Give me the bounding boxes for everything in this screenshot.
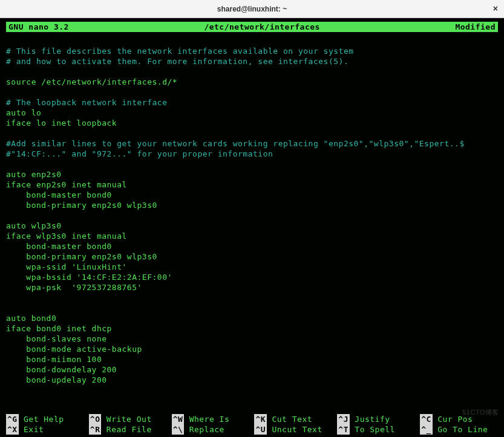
shortcut-key: ^R	[89, 424, 102, 435]
editor-line: bond-downdelay 200	[6, 364, 498, 375]
editor-content[interactable]: # This file describes the network interf…	[6, 36, 498, 414]
nano-file-path: /etc/network/interfaces	[87, 22, 437, 32]
editor-line: bond-mode active-backup	[6, 344, 498, 354]
editor-line: bond-miimon 100	[6, 354, 498, 364]
shortcut-label: Uncut Text	[267, 424, 322, 435]
shortcut-label: Where Is	[184, 414, 229, 424]
shortcut-item[interactable]: ^T To Spell	[337, 424, 415, 435]
shortcut-key: ^X	[6, 424, 19, 435]
editor-line: wpa-bssid '14:CF:E2:2A:EF:00'	[6, 272, 498, 282]
editor-line: auto bond0	[6, 313, 498, 323]
shortcut-label: To Spell	[350, 424, 395, 435]
editor-line: # and how to activate them. For more inf…	[6, 56, 498, 66]
shortcut-key: ^W	[172, 414, 185, 424]
editor-line	[6, 303, 498, 313]
shortcut-item[interactable]: ^J Justify	[337, 414, 415, 424]
editor-line: bond-primary enp2s0 wlp3s0	[6, 200, 498, 210]
editor-line	[6, 128, 498, 138]
editor-line: wpa-psk '972537288765'	[6, 282, 498, 293]
editor-line: iface bond0 inet dhcp	[6, 323, 498, 334]
editor-line: iface lo inet loopback	[6, 118, 498, 128]
shortcut-label: Go To Line	[433, 424, 488, 435]
editor-line: auto lo	[6, 108, 498, 118]
editor-line: #"14:CF:..." and "972..." for your prope…	[6, 149, 498, 159]
editor-line: wpa-ssid 'LinuxHint'	[6, 262, 498, 272]
window-title: shared@linuxhint: ~	[217, 5, 287, 13]
editor-line: # This file describes the network interf…	[6, 46, 498, 56]
shortcut-key: ^_	[420, 424, 433, 435]
shortcut-label: Cut Text	[267, 414, 312, 424]
shortcut-label: Read File	[101, 424, 151, 435]
shortcut-item[interactable]: ^K Cut Text	[254, 414, 332, 424]
shortcut-item[interactable]: ^\ Replace	[172, 424, 250, 435]
shortcut-key: ^C	[420, 414, 433, 424]
shortcut-key: ^T	[337, 424, 350, 435]
editor-line	[6, 159, 498, 169]
editor-line: bond-slaves none	[6, 334, 498, 344]
editor-line	[6, 66, 498, 77]
editor-line	[6, 210, 498, 221]
editor-line: bond-updelay 200	[6, 375, 498, 385]
nano-header-bar: GNU nano 3.2 /etc/network/interfaces Mod…	[6, 22, 498, 32]
editor-line: iface wlp3s0 inet manual	[6, 231, 498, 241]
editor-line: auto wlp3s0	[6, 221, 498, 231]
window-titlebar: shared@linuxhint: ~ ×	[0, 0, 504, 18]
shortcut-item[interactable]: ^X Exit	[6, 424, 84, 435]
shortcut-label: Write Out	[101, 414, 151, 424]
shortcut-label: Cur Pos	[433, 414, 473, 424]
shortcut-key: ^U	[254, 424, 267, 435]
shortcut-item[interactable]: ^G Get Help	[6, 414, 84, 424]
shortcut-item[interactable]: ^U Uncut Text	[254, 424, 332, 435]
terminal-area[interactable]: GNU nano 3.2 /etc/network/interfaces Mod…	[0, 18, 504, 437]
shortcut-label: Get Help	[19, 414, 64, 424]
editor-line: auto enp2s0	[6, 169, 498, 180]
shortcut-item[interactable]: ^_ Go To Line	[420, 424, 498, 435]
nano-status: Modified	[437, 22, 498, 32]
shortcut-label: Replace	[184, 424, 224, 435]
editor-line: bond-master bond0	[6, 241, 498, 251]
shortcut-item[interactable]: ^O Write Out	[89, 414, 167, 424]
shortcut-label: Justify	[350, 414, 390, 424]
editor-line: iface enp2s0 inet manual	[6, 180, 498, 190]
editor-line: bond-master bond0	[6, 190, 498, 200]
shortcut-key: ^\	[172, 424, 185, 435]
editor-line	[6, 293, 498, 303]
editor-line: source /etc/network/interfaces.d/*	[6, 77, 498, 87]
shortcut-key: ^O	[89, 414, 102, 424]
shortcut-item[interactable]: ^C Cur Pos	[420, 414, 498, 424]
editor-line	[6, 36, 498, 46]
editor-line: #Add similar lines to get your network c…	[6, 138, 498, 149]
close-icon[interactable]: ×	[493, 4, 498, 13]
shortcut-key: ^K	[254, 414, 267, 424]
shortcut-bar: ^G Get Help^O Write Out^W Where Is^K Cut…	[6, 414, 498, 435]
shortcut-item[interactable]: ^W Where Is	[172, 414, 250, 424]
shortcut-label: Exit	[19, 424, 44, 435]
shortcut-key: ^J	[337, 414, 350, 424]
editor-line: # The loopback network interface	[6, 97, 498, 108]
editor-line	[6, 87, 498, 97]
nano-app-name: GNU nano 3.2	[6, 22, 87, 32]
shortcut-key: ^G	[6, 414, 19, 424]
shortcut-item[interactable]: ^R Read File	[89, 424, 167, 435]
editor-line: bond-primary enp2s0 wlp3s0	[6, 251, 498, 262]
